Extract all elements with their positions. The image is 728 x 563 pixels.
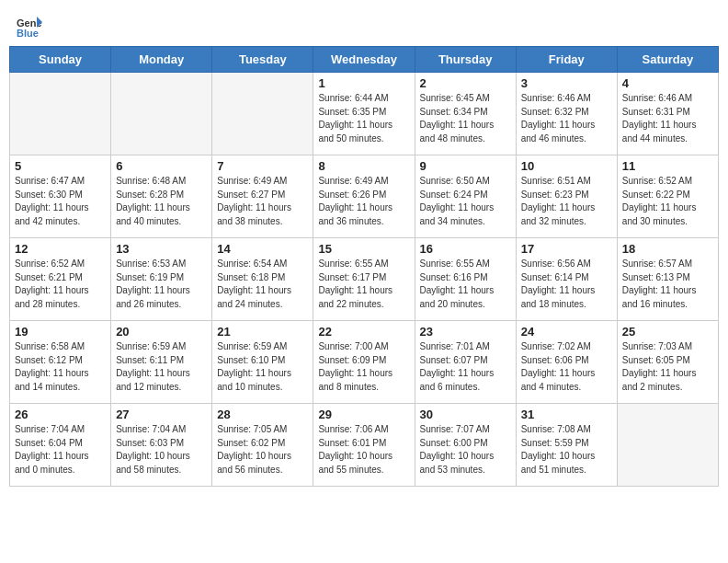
day-number: 24	[521, 325, 612, 339]
col-header-sunday: Sunday	[10, 47, 111, 73]
calendar-week-5: 26Sunrise: 7:04 AM Sunset: 6:04 PM Dayli…	[10, 404, 719, 487]
day-info: Sunrise: 6:46 AM Sunset: 6:32 PM Dayligh…	[521, 92, 612, 145]
calendar-cell: 24Sunrise: 7:02 AM Sunset: 6:06 PM Dayli…	[516, 321, 617, 404]
day-number: 11	[622, 159, 713, 173]
col-header-friday: Friday	[516, 47, 617, 73]
day-info: Sunrise: 7:00 AM Sunset: 6:09 PM Dayligh…	[318, 340, 409, 394]
calendar-cell: 4Sunrise: 6:46 AM Sunset: 6:31 PM Daylig…	[617, 73, 718, 155]
day-info: Sunrise: 6:59 AM Sunset: 6:11 PM Dayligh…	[116, 340, 207, 394]
calendar-week-2: 5Sunrise: 6:47 AM Sunset: 6:30 PM Daylig…	[10, 155, 719, 238]
calendar-cell: 14Sunrise: 6:54 AM Sunset: 6:18 PM Dayli…	[212, 238, 313, 321]
logo: General Blue	[17, 15, 42, 40]
day-info: Sunrise: 7:02 AM Sunset: 6:06 PM Dayligh…	[521, 340, 612, 394]
day-info: Sunrise: 6:54 AM Sunset: 6:18 PM Dayligh…	[217, 258, 308, 311]
calendar-cell: 11Sunrise: 6:52 AM Sunset: 6:22 PM Dayli…	[617, 155, 718, 238]
day-info: Sunrise: 6:45 AM Sunset: 6:34 PM Dayligh…	[420, 92, 511, 145]
calendar-cell: 2Sunrise: 6:45 AM Sunset: 6:34 PM Daylig…	[415, 73, 516, 155]
calendar-cell: 12Sunrise: 6:52 AM Sunset: 6:21 PM Dayli…	[10, 238, 111, 321]
day-number: 26	[15, 408, 106, 421]
day-info: Sunrise: 6:48 AM Sunset: 6:28 PM Dayligh…	[116, 175, 207, 228]
day-number: 23	[420, 325, 511, 339]
calendar-table: SundayMondayTuesdayWednesdayThursdayFrid…	[9, 46, 719, 487]
day-info: Sunrise: 6:51 AM Sunset: 6:23 PM Dayligh…	[521, 175, 612, 228]
calendar-cell: 17Sunrise: 6:56 AM Sunset: 6:14 PM Dayli…	[516, 238, 617, 321]
calendar-cell	[10, 73, 111, 155]
calendar-cell: 31Sunrise: 7:08 AM Sunset: 5:59 PM Dayli…	[516, 404, 617, 487]
day-info: Sunrise: 6:55 AM Sunset: 6:17 PM Dayligh…	[318, 258, 409, 311]
day-info: Sunrise: 6:53 AM Sunset: 6:19 PM Dayligh…	[116, 258, 207, 311]
day-number: 22	[318, 325, 409, 339]
calendar-cell: 18Sunrise: 6:57 AM Sunset: 6:13 PM Dayli…	[617, 238, 718, 321]
day-number: 7	[217, 159, 308, 173]
col-header-saturday: Saturday	[617, 47, 718, 73]
calendar-cell: 7Sunrise: 6:49 AM Sunset: 6:27 PM Daylig…	[212, 155, 313, 238]
calendar-cell: 29Sunrise: 7:06 AM Sunset: 6:01 PM Dayli…	[313, 404, 415, 487]
day-number: 12	[15, 242, 106, 256]
svg-text:Blue: Blue	[17, 28, 39, 39]
day-number: 10	[521, 159, 612, 173]
day-number: 16	[420, 242, 511, 256]
day-number: 9	[420, 159, 511, 173]
calendar-cell: 5Sunrise: 6:47 AM Sunset: 6:30 PM Daylig…	[10, 155, 111, 238]
calendar-week-3: 12Sunrise: 6:52 AM Sunset: 6:21 PM Dayli…	[10, 238, 719, 321]
day-number: 31	[521, 408, 612, 421]
calendar-cell: 21Sunrise: 6:59 AM Sunset: 6:10 PM Dayli…	[212, 321, 313, 404]
day-info: Sunrise: 6:58 AM Sunset: 6:12 PM Dayligh…	[15, 340, 106, 394]
day-info: Sunrise: 7:04 AM Sunset: 6:03 PM Dayligh…	[116, 423, 207, 477]
calendar-cell: 10Sunrise: 6:51 AM Sunset: 6:23 PM Dayli…	[516, 155, 617, 238]
calendar-cell	[111, 73, 212, 155]
calendar-cell: 23Sunrise: 7:01 AM Sunset: 6:07 PM Dayli…	[415, 321, 516, 404]
day-number: 30	[420, 408, 511, 421]
day-number: 13	[116, 242, 207, 256]
day-number: 5	[15, 159, 106, 173]
day-info: Sunrise: 6:46 AM Sunset: 6:31 PM Dayligh…	[622, 92, 713, 145]
col-header-wednesday: Wednesday	[313, 47, 415, 73]
calendar-cell	[212, 73, 313, 155]
day-info: Sunrise: 6:57 AM Sunset: 6:13 PM Dayligh…	[622, 258, 713, 311]
day-info: Sunrise: 6:52 AM Sunset: 6:22 PM Dayligh…	[622, 175, 713, 228]
day-number: 18	[622, 242, 713, 256]
header-row: SundayMondayTuesdayWednesdayThursdayFrid…	[10, 47, 719, 73]
day-number: 28	[217, 408, 308, 421]
logo-icon: General Blue	[17, 15, 42, 40]
page-header: General Blue	[9, 9, 719, 40]
day-info: Sunrise: 6:59 AM Sunset: 6:10 PM Dayligh…	[217, 340, 308, 394]
calendar-cell: 30Sunrise: 7:07 AM Sunset: 6:00 PM Dayli…	[415, 404, 516, 487]
col-header-thursday: Thursday	[415, 47, 516, 73]
calendar-cell: 8Sunrise: 6:49 AM Sunset: 6:26 PM Daylig…	[313, 155, 415, 238]
day-info: Sunrise: 7:05 AM Sunset: 6:02 PM Dayligh…	[217, 423, 308, 477]
col-header-tuesday: Tuesday	[212, 47, 313, 73]
calendar-cell: 26Sunrise: 7:04 AM Sunset: 6:04 PM Dayli…	[10, 404, 111, 487]
day-number: 19	[15, 325, 106, 339]
day-info: Sunrise: 7:01 AM Sunset: 6:07 PM Dayligh…	[420, 340, 511, 394]
day-info: Sunrise: 6:47 AM Sunset: 6:30 PM Dayligh…	[15, 175, 106, 228]
day-info: Sunrise: 7:07 AM Sunset: 6:00 PM Dayligh…	[420, 423, 511, 477]
day-number: 27	[116, 408, 207, 421]
calendar-cell: 3Sunrise: 6:46 AM Sunset: 6:32 PM Daylig…	[516, 73, 617, 155]
calendar-cell: 19Sunrise: 6:58 AM Sunset: 6:12 PM Dayli…	[10, 321, 111, 404]
calendar-cell: 15Sunrise: 6:55 AM Sunset: 6:17 PM Dayli…	[313, 238, 415, 321]
day-info: Sunrise: 7:08 AM Sunset: 5:59 PM Dayligh…	[521, 423, 612, 477]
day-number: 15	[318, 242, 409, 256]
day-info: Sunrise: 7:06 AM Sunset: 6:01 PM Dayligh…	[318, 423, 409, 477]
col-header-monday: Monday	[111, 47, 212, 73]
day-number: 14	[217, 242, 308, 256]
day-number: 3	[521, 76, 612, 90]
day-number: 4	[622, 76, 713, 90]
calendar-cell	[617, 404, 718, 487]
calendar-cell: 6Sunrise: 6:48 AM Sunset: 6:28 PM Daylig…	[111, 155, 212, 238]
calendar-cell: 28Sunrise: 7:05 AM Sunset: 6:02 PM Dayli…	[212, 404, 313, 487]
calendar-cell: 20Sunrise: 6:59 AM Sunset: 6:11 PM Dayli…	[111, 321, 212, 404]
calendar-cell: 1Sunrise: 6:44 AM Sunset: 6:35 PM Daylig…	[313, 73, 415, 155]
day-info: Sunrise: 7:03 AM Sunset: 6:05 PM Dayligh…	[622, 340, 713, 394]
calendar-week-1: 1Sunrise: 6:44 AM Sunset: 6:35 PM Daylig…	[10, 73, 719, 155]
day-info: Sunrise: 6:55 AM Sunset: 6:16 PM Dayligh…	[420, 258, 511, 311]
calendar-week-4: 19Sunrise: 6:58 AM Sunset: 6:12 PM Dayli…	[10, 321, 719, 404]
calendar-cell: 22Sunrise: 7:00 AM Sunset: 6:09 PM Dayli…	[313, 321, 415, 404]
calendar-cell: 16Sunrise: 6:55 AM Sunset: 6:16 PM Dayli…	[415, 238, 516, 321]
day-number: 6	[116, 159, 207, 173]
day-info: Sunrise: 6:56 AM Sunset: 6:14 PM Dayligh…	[521, 258, 612, 311]
day-number: 25	[622, 325, 713, 339]
day-number: 1	[318, 76, 409, 90]
calendar-cell: 9Sunrise: 6:50 AM Sunset: 6:24 PM Daylig…	[415, 155, 516, 238]
